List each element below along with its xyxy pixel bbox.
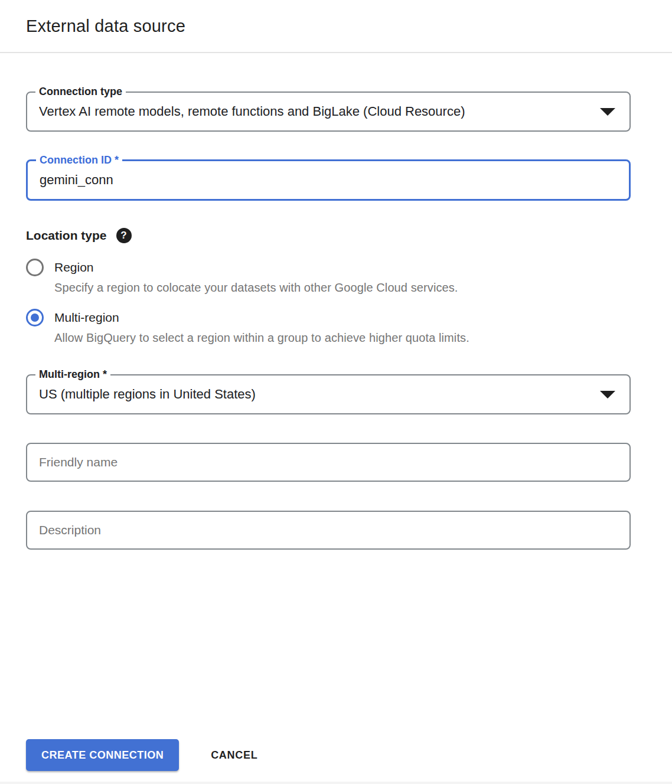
- connection-id-field[interactable]: Connection ID *: [26, 159, 631, 201]
- multi-region-radio-label[interactable]: Multi-region: [54, 311, 119, 325]
- connection-type-label: Connection type: [35, 85, 126, 98]
- region-radio-label[interactable]: Region: [54, 260, 94, 275]
- region-radio-description: Specify a region to colocate your datase…: [54, 281, 631, 295]
- dialog-body: Connection type Vertex AI remote models,…: [0, 92, 672, 550]
- multi-region-radio-button[interactable]: [26, 309, 44, 326]
- chevron-down-icon: [600, 391, 615, 398]
- bottom-edge-divider: [0, 782, 672, 784]
- help-icon[interactable]: ?: [116, 228, 132, 243]
- dialog-footer: CREATE CONNECTION CANCEL: [26, 739, 261, 771]
- friendly-name-input[interactable]: [39, 455, 618, 469]
- friendly-name-field[interactable]: [26, 443, 631, 482]
- connection-type-select[interactable]: Connection type Vertex AI remote models,…: [26, 92, 631, 132]
- description-field[interactable]: [26, 511, 631, 550]
- multi-region-select[interactable]: Multi-region * US (multiple regions in U…: [26, 374, 631, 414]
- region-radio-button[interactable]: [26, 259, 44, 276]
- location-type-label: Location type: [26, 228, 107, 243]
- multi-region-label: Multi-region *: [35, 368, 110, 381]
- page-title: External data source: [26, 17, 185, 36]
- radio-region[interactable]: Region: [26, 259, 631, 276]
- chevron-down-icon: [600, 108, 615, 116]
- multi-region-value: US (multiple regions in United States): [39, 387, 256, 402]
- header-divider: [0, 52, 672, 53]
- multi-region-radio-description: Allow BigQuery to select a region within…: [54, 331, 631, 345]
- location-type-row: Location type ?: [26, 228, 631, 243]
- create-connection-button[interactable]: CREATE CONNECTION: [26, 739, 179, 771]
- radio-dot: [31, 313, 39, 322]
- connection-id-label: Connection ID *: [36, 153, 122, 166]
- radio-multi-region[interactable]: Multi-region: [26, 309, 631, 326]
- cancel-button[interactable]: CANCEL: [207, 749, 261, 762]
- dialog-header: External data source: [0, 0, 672, 52]
- description-input[interactable]: [39, 523, 618, 537]
- connection-id-input[interactable]: [40, 172, 615, 188]
- connection-type-value: Vertex AI remote models, remote function…: [39, 104, 465, 119]
